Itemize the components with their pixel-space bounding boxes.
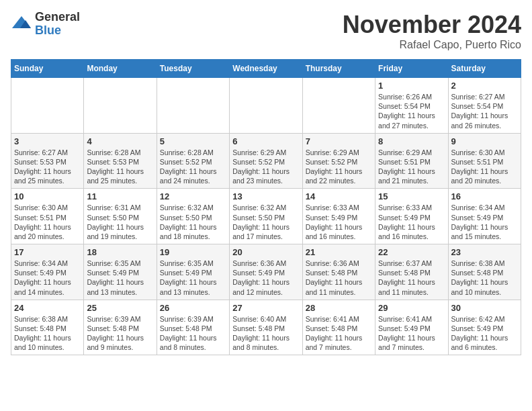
calendar-cell: 1Sunrise: 6:26 AM Sunset: 5:54 PM Daylig…	[375, 78, 448, 134]
weekday-header: Friday	[375, 60, 448, 78]
calendar-cell: 27Sunrise: 6:40 AM Sunset: 5:48 PM Dayli…	[230, 300, 302, 355]
day-info: Sunrise: 6:28 AM Sunset: 5:52 PM Dayligh…	[160, 148, 226, 186]
calendar-cell: 7Sunrise: 6:29 AM Sunset: 5:52 PM Daylig…	[302, 133, 375, 189]
calendar-cell: 13Sunrise: 6:32 AM Sunset: 5:50 PM Dayli…	[230, 189, 302, 244]
day-info: Sunrise: 6:42 AM Sunset: 5:49 PM Dayligh…	[451, 314, 518, 353]
calendar-cell: 25Sunrise: 6:39 AM Sunset: 5:48 PM Dayli…	[84, 300, 157, 355]
calendar-cell: 16Sunrise: 6:34 AM Sunset: 5:49 PM Dayli…	[448, 189, 521, 244]
calendar-cell: 26Sunrise: 6:39 AM Sunset: 5:48 PM Dayli…	[157, 300, 229, 355]
day-number: 27	[232, 303, 299, 313]
calendar-cell: 10Sunrise: 6:30 AM Sunset: 5:51 PM Dayli…	[11, 189, 84, 244]
day-number: 23	[451, 247, 518, 257]
logo-text: General Blue	[35, 11, 80, 38]
calendar-cell: 3Sunrise: 6:27 AM Sunset: 5:53 PM Daylig…	[11, 133, 84, 189]
calendar-cell: 15Sunrise: 6:33 AM Sunset: 5:49 PM Dayli…	[375, 189, 448, 244]
day-number: 29	[378, 303, 445, 313]
day-number: 13	[232, 191, 299, 201]
calendar-body: 1Sunrise: 6:26 AM Sunset: 5:54 PM Daylig…	[11, 78, 521, 355]
calendar-week: 1Sunrise: 6:26 AM Sunset: 5:54 PM Daylig…	[11, 78, 521, 134]
calendar: SundayMondayTuesdayWednesdayThursdayFrid…	[11, 59, 521, 355]
calendar-cell: 19Sunrise: 6:35 AM Sunset: 5:49 PM Dayli…	[157, 244, 229, 300]
day-info: Sunrise: 6:38 AM Sunset: 5:48 PM Dayligh…	[14, 314, 81, 353]
calendar-header: SundayMondayTuesdayWednesdayThursdayFrid…	[11, 60, 521, 78]
calendar-cell: 6Sunrise: 6:29 AM Sunset: 5:52 PM Daylig…	[230, 133, 302, 189]
day-number: 15	[378, 191, 445, 201]
calendar-cell: 20Sunrise: 6:36 AM Sunset: 5:49 PM Dayli…	[230, 244, 302, 300]
day-info: Sunrise: 6:33 AM Sunset: 5:49 PM Dayligh…	[378, 203, 445, 241]
calendar-cell: 23Sunrise: 6:38 AM Sunset: 5:48 PM Dayli…	[448, 244, 521, 300]
weekday-header: Thursday	[302, 60, 375, 78]
day-number: 9	[451, 136, 518, 146]
calendar-week: 10Sunrise: 6:30 AM Sunset: 5:51 PM Dayli…	[11, 189, 521, 244]
day-info: Sunrise: 6:29 AM Sunset: 5:52 PM Dayligh…	[232, 148, 299, 186]
calendar-cell: 8Sunrise: 6:29 AM Sunset: 5:51 PM Daylig…	[375, 133, 448, 189]
day-number: 7	[306, 136, 372, 146]
day-number: 21	[306, 247, 372, 257]
calendar-cell	[302, 78, 375, 134]
calendar-cell: 11Sunrise: 6:31 AM Sunset: 5:50 PM Dayli…	[84, 189, 157, 244]
logo-general: General	[35, 11, 80, 24]
day-info: Sunrise: 6:29 AM Sunset: 5:52 PM Dayligh…	[306, 148, 372, 186]
weekday-row: SundayMondayTuesdayWednesdayThursdayFrid…	[11, 60, 521, 78]
day-info: Sunrise: 6:34 AM Sunset: 5:49 PM Dayligh…	[451, 203, 518, 241]
calendar-cell: 14Sunrise: 6:33 AM Sunset: 5:49 PM Dayli…	[302, 189, 375, 244]
calendar-cell: 30Sunrise: 6:42 AM Sunset: 5:49 PM Dayli…	[448, 300, 521, 355]
day-info: Sunrise: 6:38 AM Sunset: 5:48 PM Dayligh…	[451, 259, 518, 297]
day-info: Sunrise: 6:41 AM Sunset: 5:48 PM Dayligh…	[306, 314, 372, 353]
day-number: 2	[451, 81, 518, 91]
day-number: 17	[14, 247, 81, 257]
title-block: November 2024 Rafael Capo, Puerto Rico	[343, 11, 521, 51]
logo-icon	[11, 15, 32, 34]
calendar-cell	[11, 78, 84, 134]
calendar-cell: 28Sunrise: 6:41 AM Sunset: 5:48 PM Dayli…	[302, 300, 375, 355]
weekday-header: Saturday	[448, 60, 521, 78]
calendar-cell: 29Sunrise: 6:41 AM Sunset: 5:49 PM Dayli…	[375, 300, 448, 355]
day-number: 8	[378, 136, 445, 146]
day-number: 22	[378, 247, 445, 257]
calendar-cell	[84, 78, 157, 134]
calendar-cell: 17Sunrise: 6:34 AM Sunset: 5:49 PM Dayli…	[11, 244, 84, 300]
day-info: Sunrise: 6:41 AM Sunset: 5:49 PM Dayligh…	[378, 314, 445, 353]
day-number: 5	[160, 136, 226, 146]
day-info: Sunrise: 6:37 AM Sunset: 5:48 PM Dayligh…	[378, 259, 445, 297]
day-number: 10	[14, 191, 81, 201]
day-number: 16	[451, 191, 518, 201]
day-number: 4	[87, 136, 153, 146]
calendar-cell	[230, 78, 302, 134]
page-header: General Blue November 2024 Rafael Capo, …	[11, 11, 521, 51]
calendar-cell	[157, 78, 229, 134]
day-number: 30	[451, 303, 518, 313]
calendar-cell: 2Sunrise: 6:27 AM Sunset: 5:54 PM Daylig…	[448, 78, 521, 134]
calendar-week: 24Sunrise: 6:38 AM Sunset: 5:48 PM Dayli…	[11, 300, 521, 355]
weekday-header: Monday	[84, 60, 157, 78]
day-number: 26	[160, 303, 226, 313]
calendar-cell: 12Sunrise: 6:32 AM Sunset: 5:50 PM Dayli…	[157, 189, 229, 244]
day-number: 24	[14, 303, 81, 313]
calendar-cell: 18Sunrise: 6:35 AM Sunset: 5:49 PM Dayli…	[84, 244, 157, 300]
day-number: 25	[87, 303, 153, 313]
day-number: 18	[87, 247, 153, 257]
calendar-cell: 5Sunrise: 6:28 AM Sunset: 5:52 PM Daylig…	[157, 133, 229, 189]
day-info: Sunrise: 6:26 AM Sunset: 5:54 PM Dayligh…	[378, 92, 445, 130]
day-info: Sunrise: 6:30 AM Sunset: 5:51 PM Dayligh…	[451, 148, 518, 186]
weekday-header: Tuesday	[157, 60, 229, 78]
day-info: Sunrise: 6:29 AM Sunset: 5:51 PM Dayligh…	[378, 148, 445, 186]
day-info: Sunrise: 6:39 AM Sunset: 5:48 PM Dayligh…	[87, 314, 153, 353]
day-info: Sunrise: 6:39 AM Sunset: 5:48 PM Dayligh…	[160, 314, 226, 353]
day-info: Sunrise: 6:34 AM Sunset: 5:49 PM Dayligh…	[14, 259, 81, 297]
day-info: Sunrise: 6:33 AM Sunset: 5:49 PM Dayligh…	[306, 203, 372, 241]
day-number: 11	[87, 191, 153, 201]
day-info: Sunrise: 6:32 AM Sunset: 5:50 PM Dayligh…	[160, 203, 226, 241]
day-info: Sunrise: 6:36 AM Sunset: 5:48 PM Dayligh…	[306, 259, 372, 297]
logo-blue: Blue	[35, 24, 80, 38]
calendar-week: 3Sunrise: 6:27 AM Sunset: 5:53 PM Daylig…	[11, 133, 521, 189]
day-number: 6	[232, 136, 299, 146]
weekday-header: Wednesday	[230, 60, 302, 78]
day-info: Sunrise: 6:35 AM Sunset: 5:49 PM Dayligh…	[87, 259, 153, 297]
day-info: Sunrise: 6:36 AM Sunset: 5:49 PM Dayligh…	[232, 259, 299, 297]
weekday-header: Sunday	[11, 60, 84, 78]
day-info: Sunrise: 6:40 AM Sunset: 5:48 PM Dayligh…	[232, 314, 299, 353]
day-number: 19	[160, 247, 226, 257]
calendar-cell: 21Sunrise: 6:36 AM Sunset: 5:48 PM Dayli…	[302, 244, 375, 300]
day-number: 14	[306, 191, 372, 201]
